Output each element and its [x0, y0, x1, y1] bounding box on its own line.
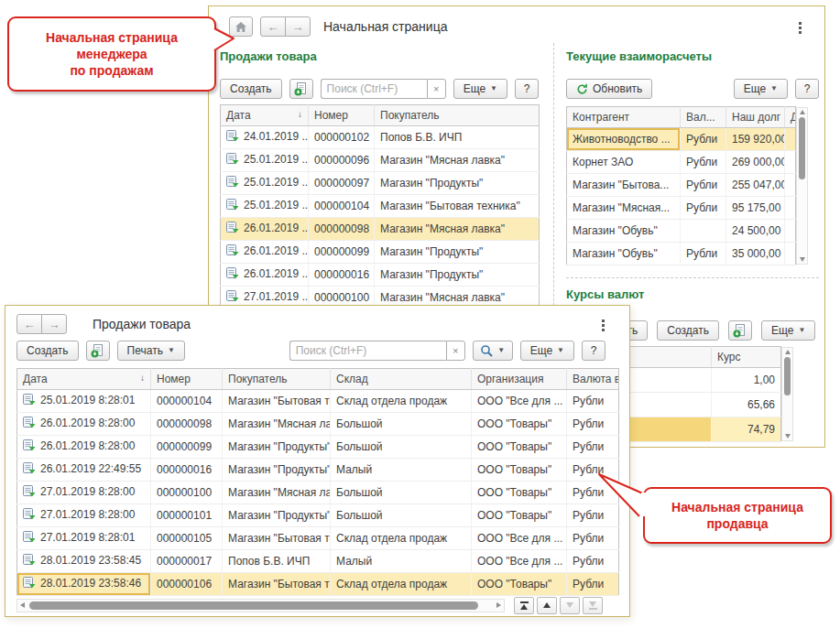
- more-button[interactable]: Еще▼: [453, 79, 507, 99]
- cell-buyer: Попов Б.В. ИЧП: [223, 550, 331, 573]
- column-header-rate[interactable]: Курс: [712, 347, 781, 368]
- column-header-debt[interactable]: Наш долг: [726, 107, 785, 128]
- help-button[interactable]: ?: [582, 341, 605, 361]
- go-next-button[interactable]: [560, 597, 580, 614]
- print-button[interactable]: Печать▼: [117, 341, 185, 361]
- cell-buyer: Магазин "Мясная лавка": [223, 482, 331, 504]
- column-header-contractor[interactable]: Контрагент: [567, 107, 681, 128]
- more-button[interactable]: Еще▼: [761, 320, 815, 341]
- cell-contractor: Магазин "Обувь": [567, 243, 681, 265]
- table-row[interactable]: 25.01.2019 ... 000000097 Магазин "Продук…: [221, 172, 540, 195]
- table-row[interactable]: Магазин "Бытова... Рубли 255 047,00: [567, 174, 796, 197]
- table-row[interactable]: 28.01.2019 23:58:45 000000017 Попов Б.В.…: [17, 550, 619, 573]
- help-button[interactable]: ?: [515, 79, 539, 99]
- table-row[interactable]: Магазин "Обувь" Рубли 35 000,00: [567, 243, 796, 265]
- column-header-currency[interactable]: Вал...: [681, 107, 726, 128]
- cell-contractor: Магазин "Обувь": [567, 220, 681, 243]
- column-header-warehouse[interactable]: Склад: [331, 369, 472, 390]
- history-nav: ← →: [260, 16, 311, 37]
- document-icon: [23, 462, 36, 477]
- cell-buyer: Магазин "Продукты": [375, 241, 540, 264]
- table-row[interactable]: 25.01.2019 ... 000000096 Магазин "Мясная…: [221, 149, 540, 172]
- more-button[interactable]: Еще▼: [520, 341, 574, 361]
- horizontal-scrollbar[interactable]: [16, 599, 505, 612]
- table-row[interactable]: 26.01.2019 22:49:55 000000016 Магазин "П…: [17, 459, 619, 482]
- cell-date: 25.01.2019 ...: [221, 149, 309, 172]
- vertical-scrollbar[interactable]: [796, 107, 808, 265]
- table-row[interactable]: Магазин "Мясная... Рубли 95 175,00: [567, 197, 796, 220]
- column-header-number[interactable]: Номер: [151, 369, 223, 390]
- column-header-number[interactable]: Номер: [309, 105, 375, 126]
- cell-d: [785, 128, 796, 151]
- window-menu-button[interactable]: [599, 317, 607, 334]
- cell-currency: Рубли: [567, 413, 619, 436]
- column-header-date[interactable]: Дата↓: [221, 105, 309, 126]
- table-row[interactable]: 25.01.2019 ... 000000104 Магазин "Бытова…: [221, 195, 540, 218]
- column-header-d[interactable]: Д: [785, 107, 796, 128]
- clear-search-button[interactable]: ×: [446, 341, 465, 361]
- column-header-org[interactable]: Организация: [472, 369, 567, 390]
- create-button[interactable]: Создать: [657, 320, 719, 341]
- table-row[interactable]: 27.01.2019 8:28:00 000000100 Магазин "Мя…: [17, 482, 619, 504]
- create-button[interactable]: Создать: [16, 341, 79, 361]
- cell-contractor: Животноводство ...: [567, 128, 681, 151]
- cell-date: 27.01.2019 8:28:01: [17, 527, 151, 550]
- table-row[interactable]: Корнет ЗАО Рубли 269 000,00: [567, 151, 796, 174]
- table-row[interactable]: Животноводство ... Рубли 159 920,00: [567, 128, 796, 151]
- table-row[interactable]: 26.01.2019 8:28:00 000000099 Магазин "Пр…: [17, 436, 619, 459]
- scroll-up-icon[interactable]: [785, 350, 791, 354]
- scrollbar-thumb[interactable]: [784, 357, 791, 395]
- table-row[interactable]: 27.01.2019 8:28:00 000000101 Магазин "Пр…: [17, 504, 619, 527]
- copy-document-button[interactable]: [289, 79, 313, 99]
- scrollbar-thumb[interactable]: [799, 117, 805, 179]
- more-button[interactable]: Еще▼: [734, 79, 788, 99]
- column-header-currency[interactable]: Валюта в: [567, 369, 619, 390]
- table-row[interactable]: 24.01.2019 ... 000000102 Попов Б.В. ИЧП: [221, 126, 540, 149]
- column-header-date[interactable]: Дата↓: [17, 369, 151, 390]
- copy-document-button[interactable]: [86, 341, 110, 361]
- table-row[interactable]: 26.01.2019 ... 000000099 Магазин "Продук…: [221, 241, 540, 264]
- help-button[interactable]: ?: [795, 79, 819, 99]
- scroll-down-icon[interactable]: [785, 434, 791, 439]
- search-input[interactable]: [321, 79, 427, 99]
- scrollbar-thumb[interactable]: [29, 601, 478, 610]
- cell-number: 000000096: [309, 149, 375, 172]
- column-header-buyer[interactable]: Покупатель: [375, 105, 540, 126]
- document-icon: [226, 290, 239, 305]
- cell-org: ООО "Товары": [472, 573, 567, 596]
- forward-button[interactable]: →: [285, 16, 311, 37]
- cell-warehouse: Большой: [331, 482, 472, 504]
- scroll-up-icon[interactable]: [800, 110, 805, 114]
- scroll-down-icon[interactable]: [800, 257, 805, 262]
- search-settings-button[interactable]: ▼: [473, 341, 513, 361]
- create-button[interactable]: Создать: [220, 79, 282, 99]
- cell-buyer: Магазин "Бытовая техн...: [223, 527, 331, 550]
- go-first-button[interactable]: [514, 597, 534, 614]
- back-button[interactable]: ←: [260, 16, 286, 37]
- table-row[interactable]: 27.01.2019 8:28:01 000000105 Магазин "Бы…: [17, 527, 619, 550]
- cell-number: 000000105: [151, 527, 223, 550]
- scroll-left-icon[interactable]: [20, 602, 25, 608]
- table-row[interactable]: 28.01.2019 23:58:46 000000106 Магазин "Б…: [17, 573, 619, 596]
- forward-button[interactable]: →: [41, 314, 67, 334]
- table-row[interactable]: 26.01.2019 8:28:00 000000098 Магазин "Мя…: [17, 413, 619, 436]
- vertical-scrollbar[interactable]: [781, 347, 793, 441]
- window-menu-button[interactable]: [796, 19, 804, 37]
- cell-org: ООО "Товары": [472, 504, 567, 527]
- copy-document-button[interactable]: [728, 320, 752, 341]
- table-row[interactable]: 26.01.2019 ... 000000016 Магазин "Продук…: [221, 264, 540, 287]
- search-input[interactable]: [289, 341, 446, 361]
- back-button[interactable]: ←: [16, 314, 42, 334]
- go-prev-button[interactable]: [537, 597, 557, 614]
- table-row[interactable]: 26.01.2019 ... 000000098 Магазин "Мясная…: [221, 218, 540, 241]
- cell-rate: 1,00: [712, 368, 781, 393]
- go-last-button[interactable]: [583, 597, 603, 614]
- table-row[interactable]: 25.01.2019 8:28:01 000000104 Магазин "Бы…: [17, 390, 619, 413]
- table-row[interactable]: Магазин "Обувь" 24 500,00: [567, 220, 796, 243]
- refresh-button[interactable]: Обновить: [566, 79, 652, 99]
- scroll-right-icon[interactable]: [496, 602, 501, 608]
- cell-buyer: Магазин "Продукты": [223, 504, 331, 527]
- clear-search-button[interactable]: ×: [427, 79, 446, 99]
- column-header-buyer[interactable]: Покупатель: [223, 369, 331, 390]
- cell-warehouse: Малый: [331, 459, 472, 482]
